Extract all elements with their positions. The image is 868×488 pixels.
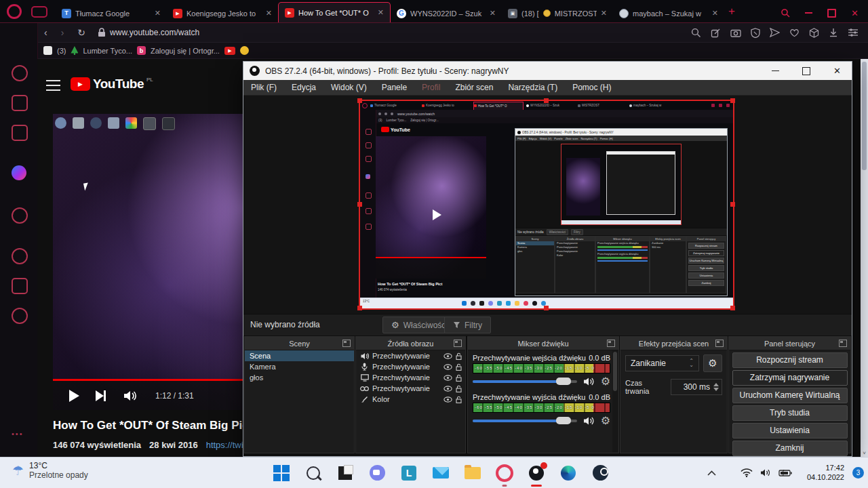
settings-button[interactable]: Ustawienia	[732, 423, 848, 439]
zoom-icon[interactable]	[691, 28, 701, 38]
maximize-button[interactable]	[827, 9, 836, 18]
bookmark-count[interactable]: (3)	[57, 47, 66, 55]
mixer-speaker-icon[interactable]	[583, 377, 595, 386]
address-url[interactable]: www.youtube.com/watch	[110, 28, 199, 37]
lock-icon[interactable]	[456, 374, 462, 382]
volume-slider[interactable]	[473, 380, 577, 383]
selection-handle[interactable]	[544, 306, 549, 310]
play-button[interactable]	[69, 390, 79, 402]
hamburger-menu-icon[interactable]	[46, 80, 60, 94]
channel-gear-icon[interactable]: ⚙	[601, 415, 610, 426]
settings-sliders-icon[interactable]	[848, 28, 859, 37]
theme-app-icon[interactable]	[336, 464, 354, 482]
menu-pomoc[interactable]: Pomoc (H)	[565, 83, 618, 92]
virtual-camera-button[interactable]: Uruchom Kamerę Wirtualną	[732, 388, 848, 403]
menu-widok[interactable]: Widok (V)	[323, 83, 374, 92]
menu-panele[interactable]: Panele	[374, 83, 414, 92]
bookmark-zaloguj-sie[interactable]: Zaloguj się | Ortogr...	[151, 47, 220, 55]
duration-spinbox[interactable]: 300 ms	[671, 379, 722, 395]
extensions-cube-icon[interactable]	[12, 278, 28, 294]
menu-plik[interactable]: Plik (F)	[243, 83, 284, 92]
roblox-bookmark-icon[interactable]	[43, 46, 52, 55]
transition-gear-button[interactable]: ⚙	[703, 354, 722, 372]
cube-icon[interactable]	[809, 28, 819, 38]
obs-maximize-button[interactable]	[802, 67, 810, 75]
tab-close-icon[interactable]: ✕	[601, 9, 607, 18]
visibility-eye-icon[interactable]	[443, 386, 452, 392]
selection-handle[interactable]	[357, 306, 362, 310]
source-item-mic[interactable]: Przechwytywanie	[356, 361, 465, 372]
start-stream-button[interactable]: Rozpocznij stream	[732, 352, 848, 368]
settings-gear-icon[interactable]	[12, 308, 28, 324]
smiley-bookmark-icon[interactable]	[240, 46, 249, 55]
menu-zbior-scen[interactable]: Zbiór scen	[448, 83, 500, 92]
tab-close-icon[interactable]: ✕	[378, 8, 384, 17]
filters-button[interactable]: Filtry	[444, 317, 491, 333]
opera-gx-taskbar-icon[interactable]	[496, 464, 513, 482]
menu-profil[interactable]: Profil	[414, 83, 448, 92]
download-icon[interactable]	[829, 28, 838, 38]
lock-icon[interactable]	[456, 385, 462, 392]
lock-icon[interactable]	[456, 352, 462, 360]
exit-button[interactable]: Zamknij	[732, 441, 848, 456]
channel-gear-icon[interactable]: ⚙	[601, 376, 610, 387]
visibility-eye-icon[interactable]	[443, 375, 452, 381]
selection-handle[interactable]	[544, 98, 549, 103]
twitch-icon[interactable]	[12, 125, 28, 141]
clock[interactable]: 17:42 04.10.2022	[807, 464, 844, 483]
popout-icon[interactable]	[342, 340, 351, 347]
chat-icon[interactable]	[368, 464, 386, 482]
tab-how-to-get-out-active[interactable]: ▶ How To Get *OUT* O ✕	[278, 2, 391, 22]
send-icon[interactable]	[770, 28, 780, 37]
gx-corner-icon[interactable]	[31, 6, 47, 18]
menu-narzedzia[interactable]: Narzędzia (T)	[500, 83, 565, 92]
l-app-icon[interactable]: L	[400, 464, 418, 482]
bookmark-lumber-tycoon[interactable]: Lumber Tyco...	[83, 47, 132, 55]
minimize-button[interactable]	[805, 12, 812, 14]
back-icon[interactable]: ‹	[44, 28, 47, 37]
mixer-scrollbar[interactable]	[612, 350, 618, 452]
scrollbar-thumb[interactable]	[862, 62, 867, 170]
spin-arrows-icon[interactable]	[713, 383, 719, 391]
heart-icon[interactable]	[789, 28, 800, 37]
controls-dock-header[interactable]: Panel sterujący	[729, 337, 850, 350]
tab-tlumacz-google[interactable]: T Tłumacz Google ✕	[56, 4, 167, 22]
tab-close-icon[interactable]: ✕	[712, 9, 718, 18]
lock-icon[interactable]	[456, 396, 462, 403]
obs-taskbar-icon[interactable]	[528, 464, 545, 482]
ortograf-bookmark-icon[interactable]: b	[137, 46, 146, 55]
selection-handle[interactable]	[730, 306, 735, 310]
tab-close-icon[interactable]: ✕	[490, 9, 496, 18]
source-item-color[interactable]: Kolor	[356, 394, 465, 405]
scene-item-selected[interactable]: Scena	[245, 350, 354, 361]
messenger-icon[interactable]	[12, 165, 26, 180]
speed-dial-icon[interactable]	[12, 65, 28, 81]
new-tab-button[interactable]: +	[728, 5, 735, 18]
sidebar-more-icon[interactable]: •••	[12, 430, 25, 443]
youtube-logo[interactable]: ▶ YouTube PL	[71, 77, 153, 92]
next-button[interactable]	[96, 390, 106, 401]
file-explorer-icon[interactable]	[464, 464, 481, 482]
stop-recording-button[interactable]: Zatrzymaj nagrywanie	[732, 370, 848, 386]
opera-gx-logo-icon[interactable]	[7, 4, 22, 19]
tab-mistrzost[interactable]: ▣ (18) [ MISTRZOST ✕	[502, 4, 613, 22]
tray-chevron-icon[interactable]	[707, 470, 716, 476]
selection-handle[interactable]	[730, 202, 735, 207]
transitions-dock-header[interactable]: Efekty przejścia scen	[620, 337, 727, 350]
volume-slider[interactable]	[473, 420, 577, 422]
scrollbar-down-arrow[interactable]: ˅	[861, 450, 868, 456]
forward-icon[interactable]: ›	[61, 28, 64, 37]
history-icon[interactable]	[12, 248, 28, 264]
share-icon[interactable]	[711, 28, 721, 38]
source-item-camera[interactable]: Przechwytywanie	[356, 383, 465, 394]
studio-mode-button[interactable]: Tryb studia	[732, 405, 848, 421]
scene-item[interactable]: Kamera	[245, 361, 354, 372]
reload-icon[interactable]: ↻	[77, 28, 85, 37]
mixer-speaker-icon[interactable]	[583, 416, 595, 426]
tab-close-icon[interactable]: ✕	[155, 9, 161, 18]
tab-maybach[interactable]: maybach – Szukaj w ✕	[613, 4, 724, 22]
popout-icon[interactable]	[839, 340, 847, 347]
steam-icon[interactable]	[591, 464, 609, 482]
visibility-eye-icon[interactable]	[443, 396, 452, 403]
gx-store-icon[interactable]	[12, 95, 28, 111]
